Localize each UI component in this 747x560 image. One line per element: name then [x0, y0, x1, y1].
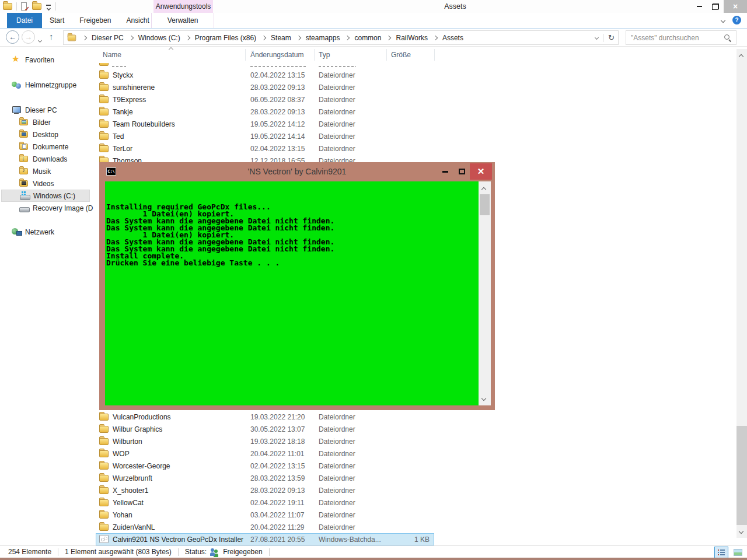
breadcrumb-item[interactable]: Assets	[428, 34, 464, 42]
file-name: TerLor	[113, 145, 132, 153]
folder-icon	[99, 475, 109, 482]
column-separator[interactable]	[314, 49, 315, 61]
table-row[interactable]: T9Express 06.05.2022 08:37 Dateiordner	[96, 93, 434, 106]
details-view-icon	[718, 550, 725, 555]
sidebar-item-dieser-pc[interactable]: Dieser PC	[0, 104, 96, 116]
console-minimize-button[interactable]	[437, 163, 453, 180]
tab-start[interactable]: Start	[42, 13, 72, 28]
file-type: Windows-Batchda...	[319, 536, 381, 544]
table-row[interactable]: ZuidenVanNL 20.04.2022 11:29 Dateiordner	[96, 521, 434, 533]
table-row[interactable]: X_shooter1 28.03.2022 09:13 Dateiordner	[96, 484, 434, 496]
expand-ribbon-icon[interactable]	[721, 18, 725, 22]
folder-icon	[99, 426, 109, 433]
table-row[interactable]: Wilbur Graphics 30.05.2022 13:07 Dateior…	[96, 423, 434, 435]
table-row[interactable]: Tankje 28.03.2022 09:13 Dateiordner	[96, 106, 434, 118]
title-bar: Anwendungstools Assets ×	[0, 0, 747, 13]
console-scrollbar[interactable]	[479, 181, 491, 405]
scrollbar-thumb[interactable]	[736, 426, 747, 525]
recent-locations-icon[interactable]	[39, 36, 41, 44]
breadcrumb-item[interactable]: Dieser PC	[78, 34, 124, 42]
sidebar-item-heimnetzgruppe[interactable]: Heimnetzgruppe	[0, 79, 96, 91]
table-row[interactable]: sunshinerene 28.03.2022 09:13 Dateiordne…	[96, 81, 434, 93]
column-separator[interactable]	[434, 49, 435, 61]
sidebar-item-bilder[interactable]: Bilder	[0, 116, 96, 128]
console-output[interactable]: Installing required GeoPcDx files... 1 D…	[105, 181, 479, 405]
sidebar-item-dokumente[interactable]: Dokumente	[0, 141, 96, 153]
scrollbar-thumb[interactable]	[480, 194, 490, 215]
breadcrumb-item[interactable]: common	[340, 34, 382, 42]
restore-button[interactable]	[707, 0, 724, 13]
table-row[interactable]: Yohan 03.04.2022 11:07 Dateiordner	[96, 509, 434, 521]
column-header-date[interactable]: Änderungsdatum	[248, 50, 316, 60]
new-folder-icon[interactable]	[32, 3, 41, 10]
table-row[interactable]: Wilburton 19.03.2022 18:18 Dateiordner	[96, 435, 434, 447]
sidebar-item-favoriten[interactable]: Favoriten	[0, 54, 96, 66]
table-row[interactable]: Styckx 02.04.2022 13:15 Dateiordner	[96, 69, 434, 81]
console-close-button[interactable]: ✕	[470, 163, 492, 180]
sidebar-item-musik[interactable]: Musik	[0, 165, 96, 177]
search-icon[interactable]	[724, 34, 731, 41]
file-name: sunshinerene	[113, 83, 155, 92]
address-dropdown-icon[interactable]	[595, 36, 599, 40]
refresh-icon[interactable]	[608, 34, 615, 41]
minimize-button[interactable]	[691, 0, 707, 13]
column-separator[interactable]	[245, 49, 246, 61]
breadcrumb-item[interactable]: Program Files (x86)	[181, 34, 257, 42]
scroll-down-icon[interactable]	[739, 527, 743, 535]
tab-freigeben[interactable]: Freigeben	[72, 13, 118, 28]
table-row[interactable]: VulcanProductions 19.03.2022 21:20 Datei…	[96, 411, 434, 423]
back-button[interactable]: ←	[6, 30, 19, 44]
scroll-down-icon[interactable]	[482, 394, 486, 402]
file-date: 27.08.2021 20:55	[250, 536, 305, 544]
console-title-bar[interactable]: 'NS Vectron' by Calvin9201 ✕	[99, 162, 495, 181]
icons-view-button[interactable]	[731, 547, 745, 558]
forward-button[interactable]: →	[22, 30, 35, 44]
column-separator[interactable]	[386, 49, 387, 61]
folder-icon	[99, 499, 109, 506]
details-view-button[interactable]	[714, 547, 728, 558]
table-row[interactable]: YellowCat 02.04.2022 19:11 Dateiordner	[96, 496, 434, 509]
help-icon[interactable]	[732, 16, 741, 24]
table-row-partial[interactable]	[96, 63, 434, 69]
breadcrumb-item[interactable]: Steam	[257, 34, 292, 42]
tab-datei[interactable]: Datei	[7, 13, 42, 28]
close-button[interactable]: ×	[724, 0, 747, 13]
sidebar-item-recovery-d[interactable]: Recovery Image (D	[0, 202, 96, 214]
search-input[interactable]	[631, 34, 724, 42]
file-type: Dateiordner	[319, 438, 355, 446]
column-header-name[interactable]: Name	[100, 50, 245, 60]
table-row[interactable]: TerLor 02.04.2022 13:15 Dateiordner	[96, 142, 434, 155]
table-row[interactable]: WOP 20.04.2022 11:01 Dateiordner	[96, 447, 434, 460]
scroll-up-icon[interactable]	[739, 52, 743, 60]
contextual-tab-group[interactable]: Anwendungstools	[153, 0, 213, 13]
navigation-pane: Favoriten Heimnetzgruppe Dieser PC Bilde…	[0, 47, 96, 542]
breadcrumb-item[interactable]: Windows (C:)	[124, 34, 181, 42]
sidebar-item-desktop[interactable]: Desktop	[0, 128, 96, 141]
sidebar-item-videos[interactable]: Videos	[0, 177, 96, 190]
breadcrumb-item[interactable]: steamapps	[292, 34, 341, 42]
properties-icon[interactable]	[21, 2, 28, 11]
sidebar-item-downloads[interactable]: Downloads	[0, 153, 96, 165]
up-button[interactable]: ↑	[49, 32, 54, 41]
table-row[interactable]: Worcester-George 02.04.2022 13:15 Dateio…	[96, 460, 434, 472]
file-name: Worcester-George	[113, 462, 170, 470]
file-type: Dateiordner	[319, 413, 355, 421]
sidebar-item-netzwerk[interactable]: Netzwerk	[0, 226, 96, 238]
address-bar[interactable]: Dieser PCWindows (C:)Program Files (x86)…	[63, 30, 619, 45]
sidebar-item-windows-c[interactable]: Windows (C:)	[1, 190, 90, 202]
table-row[interactable]: Calvin9201 NS Vectron GeoPcDx Installer …	[96, 533, 434, 545]
breadcrumb-item[interactable]: RailWorks	[382, 34, 428, 42]
homegroup-icon	[12, 80, 22, 89]
table-row[interactable]: Wurzelbrunft 28.03.2022 13:59 Dateiordne…	[96, 472, 434, 484]
console-maximize-button[interactable]	[453, 163, 470, 180]
customize-toolbar-icon[interactable]	[46, 3, 51, 10]
explorer-app-icon[interactable]	[3, 3, 12, 10]
column-header-size[interactable]: Größe	[389, 50, 434, 60]
file-list-scrollbar[interactable]	[736, 49, 747, 538]
scroll-up-icon[interactable]	[482, 185, 486, 193]
table-row[interactable]: Team Routebuilders 19.05.2022 14:12 Date…	[96, 118, 434, 130]
file-type: Dateiordner	[319, 523, 355, 531]
column-header-type[interactable]: Typ	[316, 50, 388, 60]
tab-verwalten[interactable]: Verwalten	[151, 13, 214, 28]
table-row[interactable]: Ted 19.05.2022 14:14 Dateiordner	[96, 130, 434, 142]
